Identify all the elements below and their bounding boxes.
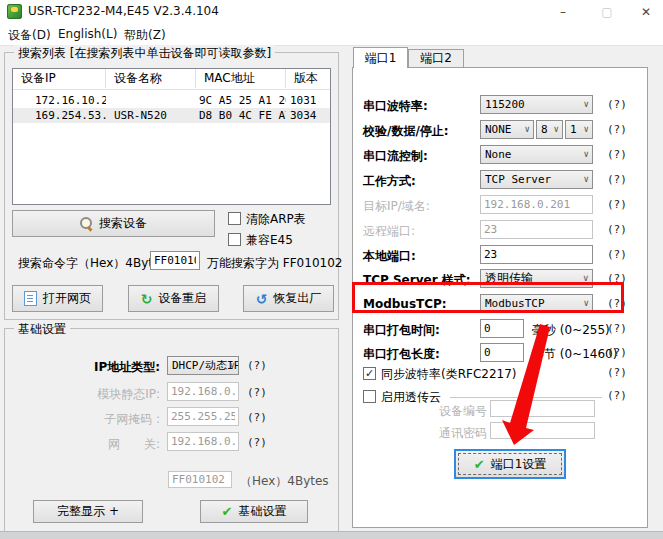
- cloud-help[interactable]: (?): [607, 389, 627, 402]
- basic-settings-group-title: 基础设置: [14, 321, 70, 338]
- gateway-input[interactable]: [167, 432, 239, 451]
- local-port-help[interactable]: (?): [607, 248, 627, 261]
- check-icon: ✔: [222, 504, 233, 519]
- comm-password-input[interactable]: [490, 422, 595, 439]
- clear-arp-label: 清除ARP表: [246, 211, 306, 228]
- close-button[interactable]: ✕: [629, 0, 663, 24]
- search-device-button[interactable]: 搜索设备: [12, 210, 215, 237]
- device-restart-label: 设备重启: [158, 290, 206, 307]
- remote-port-label: 远程端口:: [363, 223, 415, 240]
- stopbits-select[interactable]: 1 ∨: [565, 120, 593, 139]
- cell-ip: 172.16.10.217: [35, 93, 106, 108]
- modbus-select[interactable]: ModbusTCP ∨: [480, 294, 593, 313]
- window-title: USR-TCP232-M4,E45 V2.3.4.104: [28, 4, 219, 18]
- full-display-button[interactable]: 完整显示 +: [33, 500, 143, 523]
- chevron-down-icon: ∨: [525, 124, 530, 134]
- parity-help[interactable]: (?): [607, 123, 627, 136]
- window-bottom-edge: [0, 531, 663, 539]
- cell-ip: 169.254.53.167: [35, 108, 106, 123]
- static-ip-input[interactable]: [167, 382, 239, 401]
- compat-e45-label: 兼容E45: [246, 232, 293, 249]
- tab-port2[interactable]: 端口2: [408, 49, 464, 67]
- col-mac[interactable]: MAC地址: [196, 69, 286, 88]
- ip-type-help[interactable]: (?): [247, 359, 267, 372]
- chevron-down-icon: ∨: [584, 124, 589, 134]
- modbus-label: ModbusTCP:: [363, 297, 447, 311]
- remote-port-help[interactable]: (?): [607, 223, 627, 236]
- pack-length-suffix: 字节 (0~1460): [532, 346, 617, 363]
- tcp-style-select[interactable]: 透明传输 ∨: [480, 269, 593, 288]
- chevron-down-icon: ∨: [554, 124, 559, 134]
- menu-bar: 设备(D) English(L) 帮助(Z): [0, 24, 663, 46]
- flow-select[interactable]: None ∨: [480, 145, 593, 164]
- cell-mac: 9C A5 25 A1 2C CC: [199, 93, 286, 108]
- flow-help[interactable]: (?): [607, 148, 627, 161]
- col-device-ip[interactable]: 设备IP: [13, 69, 106, 88]
- modbus-help[interactable]: (?): [607, 297, 627, 310]
- search-cmd-label: 搜索命令字（Hex）4Bytes: [18, 255, 167, 272]
- dest-ip-input[interactable]: [480, 195, 593, 214]
- remote-port-input[interactable]: [480, 220, 593, 239]
- tcp-style-label: TCP Server 样式:: [363, 272, 471, 289]
- table-row-selected[interactable]: 169.254.53.167 USR-N520 D8 B0 4C FE A7 3…: [13, 108, 330, 123]
- sync-baud-checkbox[interactable]: ✓: [363, 367, 376, 380]
- port1-settings-button[interactable]: ✔ 端口1设置: [454, 449, 566, 479]
- basic-settings-apply-label: 基础设置: [238, 503, 286, 520]
- device-table: 设备IP 设备名称 MAC地址 版本 172.16.10.217 9C A5 2…: [12, 68, 331, 205]
- device-restart-button[interactable]: ↻ 设备重启: [128, 285, 219, 312]
- search-cmd-hint: 万能搜索字为 FF010102: [207, 255, 342, 272]
- device-table-header: 设备IP 设备名称 MAC地址 版本: [13, 69, 330, 90]
- tcp-style-help[interactable]: (?): [607, 272, 627, 285]
- dest-ip-help[interactable]: (?): [607, 198, 627, 211]
- workmode-value: TCP Server: [485, 173, 551, 186]
- local-port-input[interactable]: [480, 245, 593, 264]
- basic-hex-input[interactable]: [168, 471, 232, 488]
- factory-reset-button[interactable]: ↺ 恢复出厂: [243, 285, 334, 312]
- table-row[interactable]: 172.16.10.217 9C A5 25 A1 2C CC 1031: [13, 93, 330, 108]
- menu-device[interactable]: 设备(D): [8, 27, 51, 44]
- pack-length-help[interactable]: (?): [607, 346, 627, 359]
- modbus-value: ModbusTCP: [485, 297, 545, 310]
- cell-mac: D8 B0 4C FE A7 34: [199, 108, 286, 123]
- baud-select[interactable]: 115200 ∨: [480, 95, 593, 114]
- workmode-select[interactable]: TCP Server ∨: [480, 170, 593, 189]
- baud-label: 串口波特率:: [363, 98, 428, 115]
- workmode-help[interactable]: (?): [607, 173, 627, 186]
- basic-hex-suffix: （Hex）4Bytes: [240, 473, 329, 490]
- chevron-down-icon: ∨: [584, 99, 589, 109]
- databits-value: 8: [541, 123, 548, 136]
- minimize-button[interactable]: –: [546, 0, 580, 24]
- basic-settings-apply-button[interactable]: ✔ 基础设置: [200, 500, 308, 523]
- static-ip-help[interactable]: (?): [247, 386, 267, 399]
- local-port-label: 本地端口:: [363, 248, 416, 265]
- subnet-mask-help[interactable]: (?): [247, 411, 267, 424]
- maximize-button[interactable]: ▢: [590, 0, 624, 24]
- factory-reset-label: 恢复出厂: [273, 290, 321, 307]
- gateway-help[interactable]: (?): [247, 436, 267, 449]
- compat-e45-checkbox[interactable]: [228, 233, 241, 246]
- restart-icon: ↻: [141, 292, 153, 306]
- subnet-mask-input[interactable]: [167, 407, 239, 426]
- databits-select[interactable]: 8 ∨: [536, 120, 563, 139]
- ip-type-select[interactable]: DHCP/动态IP ∨: [167, 356, 239, 375]
- sync-baud-help[interactable]: (?): [607, 366, 627, 379]
- pack-time-help[interactable]: (?): [607, 322, 627, 335]
- device-number-input[interactable]: [490, 400, 595, 417]
- menu-english[interactable]: English(L): [58, 27, 117, 41]
- gateway-label: 网 关:: [60, 436, 160, 453]
- cell-version: 3034: [290, 108, 330, 123]
- baud-help[interactable]: (?): [607, 98, 627, 111]
- open-webpage-button[interactable]: 打开网页: [12, 285, 103, 312]
- cell-name: USR-N520: [114, 108, 196, 123]
- tab-port1[interactable]: 端口1: [353, 47, 408, 68]
- search-cmd-input[interactable]: [150, 251, 200, 270]
- col-device-name[interactable]: 设备名称: [106, 69, 196, 88]
- clear-arp-checkbox[interactable]: [228, 212, 241, 225]
- parity-label: 校验/数据/停止:: [363, 123, 449, 140]
- pack-time-input[interactable]: [480, 319, 524, 338]
- cloud-checkbox[interactable]: [363, 390, 376, 403]
- col-version[interactable]: 版本: [286, 69, 330, 88]
- menu-help[interactable]: 帮助(Z): [124, 27, 166, 44]
- pack-length-input[interactable]: [480, 343, 524, 362]
- parity-select[interactable]: NONE ∨: [480, 120, 534, 139]
